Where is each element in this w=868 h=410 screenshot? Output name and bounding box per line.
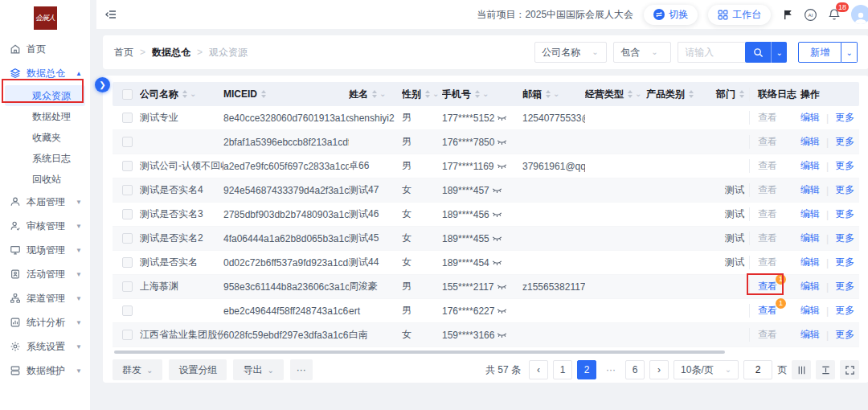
view-log-link[interactable]: 查看 (758, 135, 777, 149)
set-group-button[interactable]: 设置分组 (169, 359, 227, 380)
breadcrumb-home[interactable]: 首页 (114, 46, 133, 59)
page-jump-input[interactable] (743, 360, 772, 379)
eye-closed-icon[interactable] (492, 258, 502, 267)
table-row[interactable]: 测试是否实名3 2785dbf903db2b7480903a1cdec74...… (113, 203, 859, 227)
edit-link[interactable]: 编辑 (800, 111, 820, 125)
row-checkbox[interactable] (122, 281, 133, 292)
page-button-2-active[interactable]: 2 (577, 360, 596, 379)
select-all-checkbox[interactable] (122, 89, 133, 100)
expand-drawer-button[interactable]: ❯ (95, 77, 110, 92)
notifications-button[interactable]: 18 (828, 8, 841, 21)
sort-icon[interactable] (372, 90, 377, 98)
eye-closed-icon[interactable] (492, 186, 502, 195)
column-header-department[interactable]: 部门 (712, 88, 749, 101)
edit-link[interactable]: 编辑 (800, 304, 820, 318)
row-checkbox[interactable] (122, 209, 133, 219)
eye-closed-icon[interactable] (497, 137, 507, 146)
more-link[interactable]: 更多 (835, 111, 854, 125)
eye-closed-icon[interactable] (497, 113, 507, 122)
chevron-down-icon[interactable]: ⌄ (432, 90, 439, 98)
view-log-link[interactable]: 查看 (758, 159, 777, 173)
view-log-link[interactable]: 查看1 (758, 280, 777, 293)
sort-icon[interactable] (546, 90, 551, 98)
table-row[interactable]: 江西省盐业集团股份有... 6028fc59ebdf297e3dfa3a1c62… (113, 323, 859, 347)
edit-link[interactable]: 编辑 (800, 256, 820, 269)
search-input[interactable] (678, 42, 745, 63)
sidebar-item-system-log[interactable]: 系统日志 (5, 148, 85, 169)
table-row[interactable]: 2bfaf1a5396ebccb8f213a1cdf0d9474 男 176**… (113, 130, 859, 154)
more-link[interactable]: 更多 (835, 280, 854, 293)
column-header-product-category[interactable]: 产品类别 (646, 88, 712, 101)
edit-link[interactable]: 编辑 (800, 280, 820, 293)
eye-closed-icon[interactable] (497, 162, 507, 170)
sort-icon[interactable] (739, 90, 744, 98)
column-header-company[interactable]: 公司名称⌄ (140, 88, 223, 101)
edit-link[interactable]: 编辑 (800, 207, 820, 221)
add-options-button[interactable]: ⌄ (841, 42, 858, 63)
more-link[interactable]: 更多 (835, 159, 854, 173)
column-header-name[interactable]: 姓名⌄ (349, 88, 402, 101)
eye-closed-icon[interactable] (492, 234, 502, 243)
view-log-link[interactable]: 查看1 (758, 304, 777, 318)
eye-closed-icon[interactable] (497, 330, 507, 339)
eye-closed-icon[interactable] (492, 210, 502, 219)
sort-icon[interactable] (689, 90, 694, 98)
search-button[interactable] (745, 42, 771, 63)
sidebar-item-recycle-bin[interactable]: 回收站 (5, 169, 85, 190)
table-row[interactable]: ebe2c49644f58ff248743a1c6e11d28d ert 男 1… (113, 299, 859, 323)
eye-closed-icon[interactable] (497, 282, 507, 291)
avatar[interactable] (851, 5, 868, 24)
sort-icon[interactable] (425, 90, 430, 98)
chevron-down-icon[interactable]: ⌄ (553, 90, 559, 98)
chevron-down-icon[interactable]: ⌄ (635, 90, 641, 98)
sidebar-group-data-maintenance[interactable]: 数据维护▼ (0, 359, 90, 383)
sort-icon[interactable] (182, 90, 187, 98)
ai-assistant-button[interactable]: AI (804, 8, 817, 22)
column-header-gender[interactable]: 性别⌄ (402, 88, 442, 101)
bulk-send-button[interactable]: 群发⌄ (113, 359, 162, 380)
fullscreen-button[interactable] (840, 360, 859, 379)
edit-link[interactable]: 编辑 (800, 135, 820, 149)
table-row[interactable]: 测试是否实名4 924e54687433379d4a2f3a1cdec74...… (113, 178, 859, 203)
sidebar-item-favorites[interactable]: 收藏夹 (5, 127, 85, 148)
row-checkbox[interactable] (122, 137, 133, 147)
sidebar-group-system-settings[interactable]: 系统设置▼ (0, 334, 90, 359)
filter-field-select[interactable]: 公司名称⌄ (534, 42, 607, 63)
workspace-button[interactable]: 工作台 (708, 5, 771, 25)
scrollbar-thumb[interactable] (114, 351, 725, 354)
column-header-phone[interactable]: 手机号⌄ (442, 88, 522, 101)
row-height-button[interactable] (816, 360, 835, 379)
row-checkbox[interactable] (122, 330, 133, 340)
row-checkbox[interactable] (122, 113, 133, 123)
next-page-button[interactable]: › (649, 360, 669, 379)
view-log-link[interactable]: 查看 (758, 183, 777, 197)
more-link[interactable]: 更多 (835, 256, 854, 269)
collapse-sidebar-button[interactable] (104, 8, 117, 21)
sidebar-item-data-processing[interactable]: 数据处理 (5, 106, 85, 127)
row-checkbox[interactable] (122, 233, 133, 244)
more-link[interactable]: 更多 (835, 328, 854, 342)
sidebar-group-onsite-mgmt[interactable]: 现场管理▼ (0, 238, 90, 262)
column-header-miceid[interactable]: MICEID (223, 88, 349, 100)
sidebar-group-session-mgmt[interactable]: 本届管理▼ (0, 190, 90, 214)
view-log-link[interactable]: 查看 (758, 232, 777, 245)
edit-link[interactable]: 编辑 (800, 328, 820, 342)
guide-flag-button[interactable] (781, 9, 793, 21)
table-row[interactable]: 测试是否实名 0d02c72b6ff537a9fd923a1cdec7442b … (113, 251, 859, 275)
filter-operator-select[interactable]: 包含⌄ (613, 42, 671, 63)
sidebar-item-home[interactable]: 首页 (0, 37, 90, 61)
table-row[interactable]: 测试是否实名2 4fa06444a1a62b8d065b3a1cdec74...… (113, 227, 859, 251)
column-settings-button[interactable] (792, 360, 811, 379)
sort-icon[interactable] (261, 90, 266, 98)
page-button-1[interactable]: 1 (553, 360, 572, 379)
chevron-down-icon[interactable]: ⌄ (190, 90, 196, 98)
sidebar-group-activity-mgmt[interactable]: 活动管理▼ (0, 262, 90, 286)
sidebar-item-audience-resources[interactable]: 观众资源 (5, 85, 85, 106)
more-link[interactable]: 更多 (835, 183, 854, 197)
eye-closed-icon[interactable] (497, 306, 507, 315)
sort-icon[interactable] (628, 90, 633, 98)
more-link[interactable]: 更多 (835, 207, 854, 221)
more-link[interactable]: 更多 (835, 232, 854, 245)
view-log-link[interactable]: 查看 (758, 207, 777, 221)
edit-link[interactable]: 编辑 (800, 183, 820, 197)
